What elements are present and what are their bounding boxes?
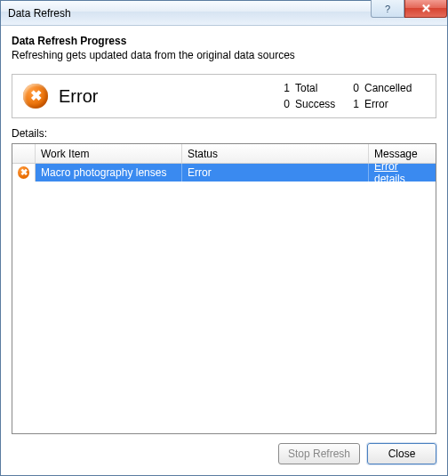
details-table: Work Item Status Message ✖ Macro photogr… bbox=[12, 143, 436, 434]
table-header: Work Item Status Message bbox=[12, 144, 436, 164]
heading: Data Refresh Progress bbox=[12, 35, 436, 47]
details-label: Details: bbox=[12, 127, 436, 140]
total-label: Total bbox=[295, 82, 348, 94]
help-button[interactable]: ? bbox=[371, 0, 404, 18]
close-button[interactable]: Close bbox=[367, 443, 436, 464]
subheading: Refreshing gets updated data from the or… bbox=[12, 49, 436, 61]
footer: Stop Refresh Close bbox=[1, 434, 447, 475]
row-work-item: Macro photography lenses bbox=[36, 164, 182, 182]
window-title: Data Refresh bbox=[8, 7, 71, 20]
help-icon: ? bbox=[385, 4, 390, 14]
close-icon: ✕ bbox=[421, 2, 431, 15]
error-icon: ✖ bbox=[23, 84, 48, 109]
window-close-button[interactable]: ✕ bbox=[404, 0, 447, 18]
column-message[interactable]: Message bbox=[369, 144, 436, 163]
cancelled-label: Cancelled bbox=[364, 82, 427, 94]
status-counts: 1 Total 0 Cancelled 0 Success 1 Error bbox=[279, 82, 427, 110]
table-row[interactable]: ✖ Macro photography lenses Error Error d… bbox=[12, 164, 436, 182]
error-details-link[interactable]: Error details bbox=[374, 164, 430, 185]
titlebar[interactable]: Data Refresh ? ✕ bbox=[1, 1, 447, 26]
dialog-window: Data Refresh ? ✕ Data Refresh Progress R… bbox=[0, 0, 448, 476]
status-icon-wrap: ✖ bbox=[21, 82, 50, 110]
success-count: 0 bbox=[279, 98, 295, 110]
stop-refresh-button[interactable]: Stop Refresh bbox=[278, 443, 360, 464]
content-area: Data Refresh Progress Refreshing gets up… bbox=[1, 26, 447, 434]
row-icon-cell: ✖ bbox=[12, 164, 36, 182]
status-label: Error bbox=[59, 86, 98, 107]
column-icon[interactable] bbox=[12, 144, 36, 163]
column-status[interactable]: Status bbox=[182, 144, 369, 163]
error-label: Error bbox=[364, 98, 427, 110]
error-icon: ✖ bbox=[18, 166, 29, 179]
row-message: Error details bbox=[369, 164, 436, 182]
cancelled-count: 0 bbox=[348, 82, 364, 94]
column-work-item[interactable]: Work Item bbox=[36, 144, 182, 163]
window-buttons: ? ✕ bbox=[371, 0, 447, 18]
error-count: 1 bbox=[348, 98, 364, 110]
status-summary: ✖ Error 1 Total 0 Cancelled 0 Success 1 … bbox=[12, 74, 436, 118]
row-status: Error bbox=[182, 164, 369, 182]
total-count: 1 bbox=[279, 82, 295, 94]
table-body: ✖ Macro photography lenses Error Error d… bbox=[12, 164, 436, 433]
success-label: Success bbox=[295, 98, 348, 110]
